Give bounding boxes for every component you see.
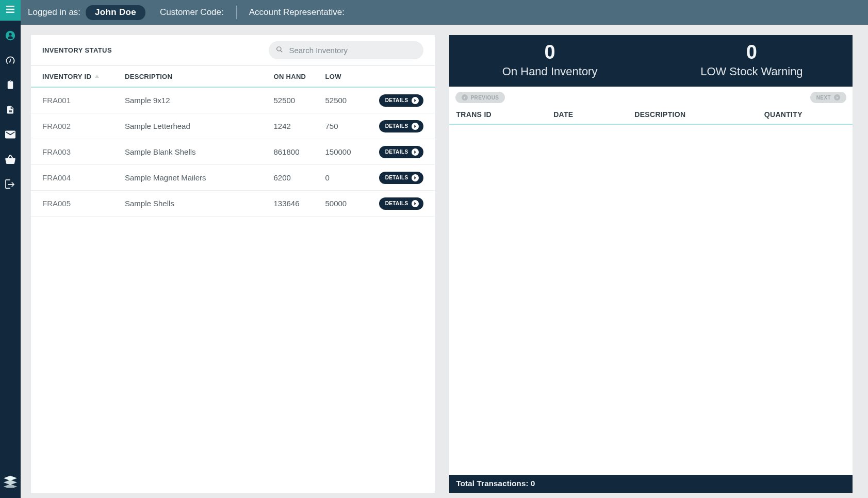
col-low[interactable]: LOW (325, 73, 377, 80)
stat-onhand: 0 On Hand Inventory (449, 42, 651, 78)
inventory-search (269, 41, 423, 59)
cell-low: 750 (325, 122, 377, 130)
chevron-right-icon (412, 148, 419, 156)
cell-onhand: 6200 (274, 173, 325, 182)
details-button[interactable]: DETAILS (379, 197, 423, 210)
details-label: DETAILS (385, 201, 408, 206)
stat-low-label: LOW Stock Warning (651, 65, 853, 78)
cell-description: Sample 9x12 (125, 96, 274, 105)
hamburger-icon (6, 6, 14, 15)
stat-onhand-value: 0 (449, 42, 651, 62)
col-date[interactable]: DATE (553, 110, 634, 119)
cell-inventory-id: FRA002 (42, 122, 125, 130)
svg-rect-1 (6, 9, 14, 10)
col-inventory-id-label: INVENTORY ID (42, 73, 91, 80)
details-button[interactable]: DETAILS (379, 120, 423, 132)
next-label: NEXT (816, 95, 831, 101)
cell-low: 150000 (325, 147, 377, 156)
chevron-right-icon (412, 174, 419, 181)
previous-label: PREVIOUS (471, 95, 499, 101)
sidebar-item-document[interactable] (5, 105, 16, 117)
sidebar-item-logout[interactable] (5, 179, 16, 191)
chevron-right-icon (412, 200, 419, 207)
sidebar-item-basket[interactable] (5, 155, 16, 166)
cell-low: 50000 (325, 199, 377, 208)
cell-inventory-id: FRA001 (42, 96, 125, 105)
transactions-header: TRANS ID DATE DESCRIPTION QUANTITY (449, 104, 853, 125)
next-button[interactable]: NEXT (810, 92, 846, 103)
topbar-divider (236, 6, 237, 19)
cell-description: Sample Shells (125, 199, 274, 208)
col-description[interactable]: DESCRIPTION (125, 73, 274, 80)
inventory-row: FRA002Sample Letterhead1242750DETAILS (31, 113, 435, 139)
cell-low: 0 (325, 173, 377, 182)
brand-icon (4, 475, 17, 490)
search-input[interactable] (269, 41, 423, 59)
col-tx-description[interactable]: DESCRIPTION (634, 110, 764, 119)
col-onhand[interactable]: ON HAND (274, 73, 325, 80)
sidebar-item-mail[interactable] (5, 130, 16, 141)
user-badge: John Doe (86, 5, 145, 20)
previous-button[interactable]: PREVIOUS (455, 92, 505, 103)
svg-point-4 (9, 33, 11, 36)
svg-marker-15 (837, 96, 838, 99)
sort-asc-icon (94, 73, 100, 80)
chevron-right-icon (412, 123, 419, 130)
pager: PREVIOUS NEXT (449, 87, 853, 104)
transactions-panel: 0 On Hand Inventory 0 LOW Stock Warning … (449, 35, 853, 493)
svg-marker-10 (414, 124, 416, 127)
chevron-left-icon (462, 94, 468, 101)
user-icon (5, 30, 15, 43)
document-icon (6, 105, 15, 117)
transactions-footer: Total Transactions: 0 (449, 475, 853, 493)
cell-inventory-id: FRA005 (42, 199, 125, 208)
inventory-title: INVENTORY STATUS (42, 46, 112, 54)
inventory-table-header: INVENTORY ID DESCRIPTION ON HAND LOW (31, 66, 435, 88)
topbar: Logged in as: John Doe Customer Code: Ac… (21, 0, 868, 25)
customer-code-label: Customer Code: (160, 7, 224, 18)
sidebar-item-user[interactable] (5, 31, 16, 42)
mail-icon (5, 130, 15, 141)
inventory-rows: FRA001Sample 9x125250052500DETAILSFRA002… (31, 88, 435, 217)
svg-rect-0 (6, 6, 14, 7)
inventory-panel: INVENTORY STATUS INVENTORY ID DESCRIPTIO… (31, 35, 435, 493)
cell-onhand: 133646 (274, 199, 325, 208)
col-trans-id[interactable]: TRANS ID (456, 110, 554, 119)
inventory-row: FRA003Sample Blank Shells861800150000DET… (31, 139, 435, 165)
logout-icon (5, 179, 15, 191)
col-quantity[interactable]: QUANTITY (764, 110, 845, 119)
inventory-header: INVENTORY STATUS (31, 35, 435, 66)
clipboard-icon (6, 80, 15, 92)
details-button[interactable]: DETAILS (379, 172, 423, 184)
details-button[interactable]: DETAILS (379, 94, 423, 107)
cell-onhand: 52500 (274, 96, 325, 105)
cell-low: 52500 (325, 96, 377, 105)
inventory-row: FRA004Sample Magnet Mailers62000DETAILS (31, 165, 435, 191)
sidebar-toggle[interactable] (0, 0, 21, 21)
transactions-body (449, 125, 853, 475)
details-button[interactable]: DETAILS (379, 146, 423, 158)
details-label: DETAILS (385, 97, 408, 103)
stat-low: 0 LOW Stock Warning (651, 42, 853, 78)
svg-marker-7 (4, 484, 17, 488)
tx-total: 0 (531, 479, 535, 488)
stat-low-value: 0 (651, 42, 853, 62)
cell-description: Sample Blank Shells (125, 147, 274, 156)
search-icon (276, 46, 283, 55)
stat-onhand-label: On Hand Inventory (449, 65, 651, 78)
details-label: DETAILS (385, 149, 408, 155)
col-inventory-id[interactable]: INVENTORY ID (42, 73, 125, 80)
svg-marker-12 (414, 176, 416, 179)
basket-icon (5, 155, 15, 166)
sidebar-item-clipboard[interactable] (5, 80, 16, 92)
cell-inventory-id: FRA004 (42, 173, 125, 182)
cell-onhand: 1242 (274, 122, 325, 130)
brand-logo[interactable] (3, 475, 18, 490)
svg-marker-14 (464, 96, 465, 99)
svg-marker-9 (414, 98, 416, 102)
inventory-row: FRA005Sample Shells13364650000DETAILS (31, 191, 435, 217)
sidebar-item-dashboard[interactable] (5, 56, 16, 67)
cell-onhand: 861800 (274, 147, 325, 156)
cell-description: Sample Letterhead (125, 122, 274, 130)
svg-marker-8 (95, 75, 99, 78)
